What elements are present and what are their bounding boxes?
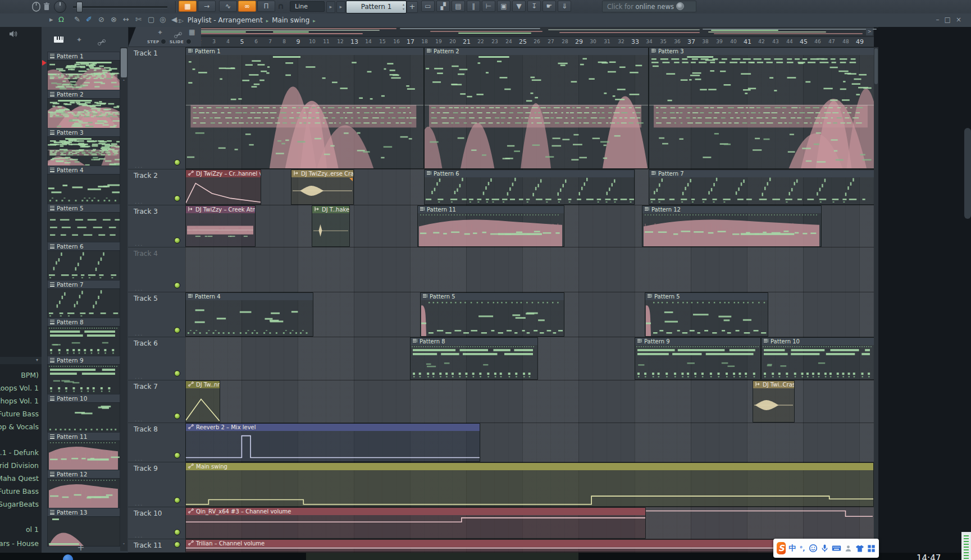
scroll-right-icon[interactable]: > [866,28,873,35]
pattern-scrollbar-thumb[interactable] [121,48,127,77]
browser-item[interactable]: Chops Vol. 1 [0,397,39,405]
pattern-scrollbar[interactable]: ˄ ˅ [120,47,127,551]
pitch-slider-thumb[interactable] [76,2,83,12]
add-pattern-plus-button[interactable]: + [42,542,120,553]
pedestal-button[interactable]: Π [257,1,275,12]
track-enable-led[interactable] [174,497,180,503]
pattern-card[interactable]: Pattern 13 [47,508,120,547]
pattern-spinner-icon[interactable]: ▴▾ [403,2,404,11]
timeline-ruler[interactable]: 2345678910111213141516171819202122232425… [185,37,874,47]
pattern-selector[interactable]: Pattern 1 ▴▾ [346,1,407,13]
track-options[interactable]: ... [135,286,144,292]
pattern-clip-pattern-2[interactable]: Pattern 2 [424,47,649,169]
pattern-card[interactable]: Pattern 1 [47,52,120,90]
browser-item[interactable]: g Future Bass [0,487,39,495]
browser-window-button[interactable]: ⊢ [482,1,495,12]
punctuation-icon[interactable]: °, [799,544,806,553]
pattern-nav-arrow[interactable]: ▸ [336,1,345,13]
voice-input-icon[interactable] [820,544,829,553]
track-enable-led[interactable] [174,452,180,458]
track-header-7[interactable]: Track 7... [128,380,185,423]
add-pattern-button[interactable]: + [407,1,418,13]
piano-roll-icon[interactable] [54,36,63,43]
ime-toolbar[interactable]: S中°, [773,539,879,558]
volume-knob[interactable] [54,1,66,13]
slide-icon[interactable] [174,32,182,38]
track-enable-led[interactable] [174,413,180,419]
track-header-4[interactable]: Track 4... [128,247,185,292]
track-header-6[interactable]: Track 6... [128,337,185,380]
track-lane-4[interactable] [185,247,874,292]
track-name[interactable]: Track 5 [134,295,158,302]
zoom-tool[interactable]: ◎ [159,15,166,24]
track-name[interactable]: Track 9 [134,465,158,472]
playlist-picker-icon[interactable]: ◁▷ [176,18,184,24]
track-name[interactable]: Track 10 [134,509,162,517]
track-header-5[interactable]: Track 5... [128,292,185,337]
slice-tool[interactable]: ✄ [135,15,142,24]
pattern-clip-pattern-4[interactable]: Pattern 4 [185,292,313,337]
shape-selector-arrow[interactable]: ▸ [326,1,335,13]
browser-item[interactable]: - SugarBeats [0,500,39,508]
track-options[interactable]: ... [135,456,144,462]
playlist-window-button[interactable]: ▭ [421,1,435,12]
track-name[interactable]: Track 11 [134,541,162,549]
detach-arrow[interactable]: ▸ [49,15,53,24]
menu-grid-icon[interactable] [867,544,876,553]
pattern-card[interactable]: Pattern 4 [47,166,120,204]
track-options[interactable]: ... [135,163,144,169]
automation-clip-dj-tw-nning[interactable]: DJ Tw..nning [185,380,220,423]
plugin-picker-button[interactable]: ▼ [512,1,526,12]
arrangement-name[interactable]: Main swing [272,16,309,24]
browser-item[interactable]: tars - House [0,539,39,548]
browser-item[interactable]: - Maha Quest [0,474,39,483]
automation-clip-reeverb-2-mix-level[interactable]: Reeverb 2 – Mix level [185,423,480,462]
track-header-1[interactable]: Track 1... [128,47,185,169]
automation-clip-dj-twizzy-cr-hannel-volume[interactable]: DJ TwiZzy – Cr..hannel volume [185,169,261,205]
track-enable-led[interactable] [174,529,180,535]
channel-rack-button[interactable]: ▤ [452,1,465,12]
pattern-clip-pattern-3[interactable]: Pattern 3 [649,47,874,169]
user-account-icon[interactable] [844,544,853,553]
piano-icon[interactable]: ▦ [189,28,195,36]
pattern-card[interactable]: Pattern 7 [47,280,120,319]
browser-item[interactable]: ol 1 [0,525,39,534]
scroll-up-icon[interactable]: ˄ [120,80,127,85]
track-name[interactable]: Track 3 [134,208,158,215]
automation-clip-qin-rv-x64-3-channel-volume[interactable]: Qin_RV_x64 #3 – Channel volume [185,507,646,539]
wave-icon[interactable]: ✦ [76,36,82,44]
track-enable-led[interactable] [174,282,180,288]
audio-clip-dj-twi-crash-2[interactable]: DJ Twi..Crash 2 [753,380,795,423]
taskbar-app-icon[interactable] [63,554,73,560]
track-options[interactable]: ... [135,416,144,423]
wave-icon[interactable]: ✦ [157,29,163,36]
headphones-icon[interactable]: ∩ [277,1,284,11]
track-enable-led[interactable] [174,541,180,548]
pattern-clip-pattern-8[interactable]: Pattern 8 [410,337,538,380]
track-enable-led[interactable] [174,370,180,377]
playlist-vscrollbar-thumb[interactable] [874,48,878,84]
track-header-10[interactable]: Track 10... [128,507,185,539]
track-enable-led[interactable] [174,327,180,333]
track-name[interactable]: Track 4 [134,250,158,258]
track-options[interactable]: ... [135,501,144,507]
pattern-clip-pattern-5[interactable]: Pattern 5 [645,292,768,337]
speaker-icon[interactable] [9,29,18,40]
track-name[interactable]: Track 8 [134,425,158,433]
pattern-card[interactable]: Pattern 9 [47,356,120,394]
browser-item[interactable]: Loops Vol. 1 [0,384,39,392]
playlist-overview-scrollbar[interactable]: < > [185,27,874,37]
browser-item[interactable]: Future Bass [0,410,39,418]
pattern-clip-pattern-12[interactable]: Pattern 12 [642,205,822,247]
browser-section-header[interactable]: ▾ [0,357,42,364]
pattern-clip-pattern-10[interactable]: Pattern 10 [761,337,874,380]
track-name[interactable]: Track 1 [134,49,158,57]
playlist-vscrollbar[interactable] [874,47,878,553]
project-picker-button[interactable]: ▣ [497,1,510,12]
track-enable-led[interactable] [174,237,180,244]
track-options[interactable]: ... [135,199,144,205]
scroll-down-icon[interactable]: ˅ [120,543,127,548]
trash-icon[interactable] [43,2,50,13]
touch-controller-button[interactable]: ↧ [527,1,541,12]
track-options[interactable]: ... [135,374,144,380]
